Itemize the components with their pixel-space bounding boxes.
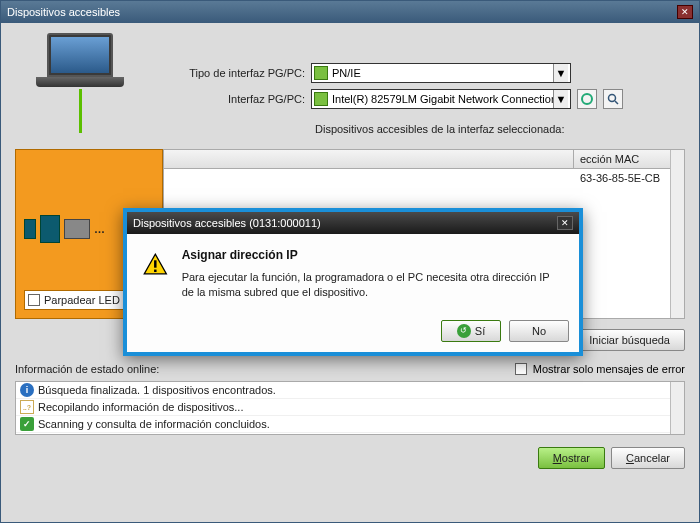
ellipsis-icon: … <box>94 223 105 235</box>
laptop-screen-icon <box>47 33 113 77</box>
svg-rect-4 <box>154 260 156 267</box>
top-row: Tipo de interfaz PG/PC: PN/IE ▼ Interfaz… <box>15 33 685 135</box>
log-text: Scanning y consulta de información concl… <box>38 418 270 430</box>
start-search-label: Iniciar búsqueda <box>589 334 670 346</box>
log-text: Recopilando información de dispositivos.… <box>38 401 243 413</box>
dialog-body: Asignar dirección IP Para ejecutar la fu… <box>127 234 579 314</box>
yes-button[interactable]: ↺ Sí <box>441 320 501 342</box>
log-line: ✓ Scanning y consulta de información con… <box>16 416 684 433</box>
search-icon <box>607 93 619 105</box>
pgpc-iface-row: Interfaz PG/PC: Intel(R) 82579LM Gigabit… <box>155 89 685 109</box>
no-label: No <box>532 325 546 337</box>
no-button[interactable]: No <box>509 320 569 342</box>
window-title: Dispositivos accesibles <box>7 6 120 18</box>
assign-ip-dialog: Dispositivos accesibles (0131:000011) ✕ … <box>123 208 583 356</box>
progress-icon: ..? <box>20 400 34 414</box>
svg-rect-5 <box>154 270 156 272</box>
window-close-button[interactable]: ✕ <box>677 5 693 19</box>
pgpc-iface-label: Interfaz PG/PC: <box>155 93 305 105</box>
log-line: ..? Recopilando información de dispositi… <box>16 399 684 416</box>
window-content: Tipo de interfaz PG/PC: PN/IE ▼ Interfaz… <box>1 23 699 522</box>
yes-label: Sí <box>475 325 485 337</box>
pgpc-type-select[interactable]: PN/IE ▼ <box>311 63 571 83</box>
cancel-label: Cancelar <box>626 452 670 464</box>
vertical-scrollbar[interactable] <box>670 150 684 318</box>
table-row[interactable]: 63-36-85-5E-CB <box>164 169 684 187</box>
svg-line-2 <box>615 101 618 104</box>
svg-point-1 <box>609 95 616 102</box>
warning-icon <box>143 248 168 280</box>
status-log[interactable]: i Búsqueda finalizada. 1 dispositivos en… <box>15 381 685 435</box>
errors-only-label: Mostrar solo mensajes de error <box>533 363 685 375</box>
properties-button[interactable] <box>603 89 623 109</box>
log-line: i Búsqueda finalizada. 1 dispositivos en… <box>16 382 684 399</box>
dialog-titlebar[interactable]: Dispositivos accesibles (0131:000011) ✕ <box>127 212 579 234</box>
laptop-graphic <box>35 33 125 135</box>
dialog-buttons: ↺ Sí No <box>127 314 579 352</box>
pgpc-type-row: Tipo de interfaz PG/PC: PN/IE ▼ <box>155 63 685 83</box>
check-icon: ✓ <box>20 417 34 431</box>
chevron-down-icon[interactable]: ▼ <box>553 90 568 108</box>
configure-button[interactable] <box>577 89 597 109</box>
pgpc-iface-select[interactable]: Intel(R) 82579LM Gigabit Network Connect… <box>311 89 571 109</box>
errors-only-checkbox[interactable] <box>515 363 527 375</box>
pgpc-type-label: Tipo de interfaz PG/PC: <box>155 67 305 79</box>
device-icon <box>24 219 36 239</box>
blink-led-checkbox[interactable] <box>28 294 40 306</box>
info-icon: i <box>20 383 34 397</box>
dialog-text: Asignar dirección IP Para ejecutar la fu… <box>182 248 563 300</box>
pnie-icon <box>314 66 328 80</box>
dialog-message: Para ejecutar la función, la programador… <box>182 270 563 300</box>
pgpc-iface-value: Intel(R) 82579LM Gigabit Network Connect… <box>332 93 553 105</box>
device-icon <box>40 215 60 243</box>
accessible-devices-window: Dispositivos accesibles ✕ Tipo de interf… <box>0 0 700 523</box>
cell-mac: 63-36-85-5E-CB <box>574 169 684 187</box>
status-label: Información de estado online: <box>15 363 159 375</box>
confirm-icon: ↺ <box>457 324 471 338</box>
window-titlebar[interactable]: Dispositivos accesibles ✕ <box>1 1 699 23</box>
table-header: ección MAC <box>164 150 684 169</box>
cancel-button[interactable]: Cancelar <box>611 447 685 469</box>
show-label: Mostrar <box>553 452 590 464</box>
connection-line <box>79 89 82 133</box>
show-button[interactable]: Mostrar <box>538 447 605 469</box>
svg-point-0 <box>582 94 592 104</box>
vertical-scrollbar[interactable] <box>670 382 684 434</box>
status-header-row: Información de estado online: Mostrar so… <box>15 363 685 375</box>
chevron-down-icon[interactable]: ▼ <box>553 64 568 82</box>
log-text: Búsqueda finalizada. 1 dispositivos enco… <box>38 384 276 396</box>
configure-icon <box>581 93 593 105</box>
laptop-base-icon <box>36 77 124 87</box>
dialog-heading: Asignar dirección IP <box>182 248 563 262</box>
device-icon <box>64 219 90 239</box>
blink-led-label: Parpadear LED <box>44 294 120 306</box>
start-search-button[interactable]: Iniciar búsqueda <box>574 329 685 351</box>
dialog-close-button[interactable]: ✕ <box>557 216 573 230</box>
footer-buttons: Mostrar Cancelar <box>15 447 685 469</box>
dialog-title: Dispositivos accesibles (0131:000011) <box>133 217 321 229</box>
pgpc-type-value: PN/IE <box>332 67 553 79</box>
interface-form: Tipo de interfaz PG/PC: PN/IE ▼ Interfaz… <box>155 33 685 135</box>
subheader: Dispositivos accesibles de la interfaz s… <box>315 123 685 135</box>
nic-icon <box>314 92 328 106</box>
col-mac: ección MAC <box>574 150 684 168</box>
